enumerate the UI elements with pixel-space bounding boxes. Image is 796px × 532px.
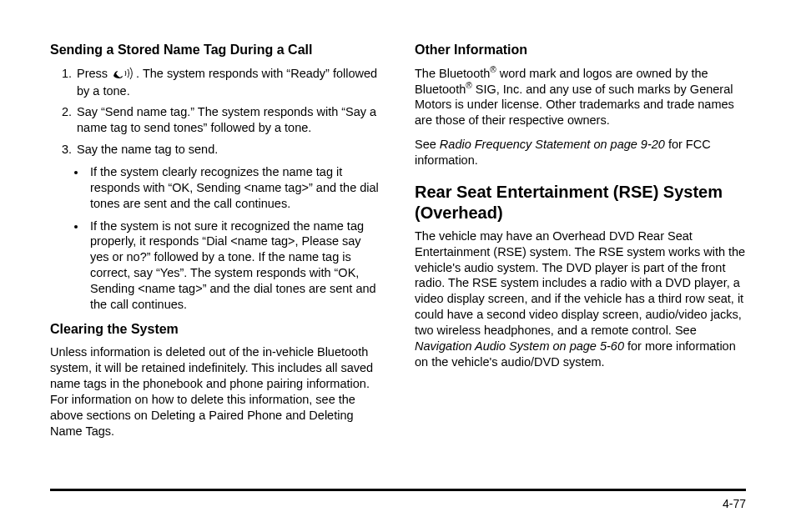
xref-radio-freq: Radio Frequency Statement on page 9-20 (440, 138, 665, 151)
heading-other-info: Other Information (415, 42, 746, 59)
xref-nav-audio: Navigation Audio System on page 5-60 (415, 339, 624, 353)
right-column: Other Information The Bluetooth® word ma… (415, 42, 746, 447)
manual-page: Sending a Stored Name Tag During a Call … (0, 0, 796, 532)
phone-voice-icon (111, 68, 133, 83)
page-footer: 4-77 (50, 489, 746, 510)
sub-bullet-list: If the system clearly recognizes the nam… (50, 164, 381, 313)
left-column: Sending a Stored Name Tag During a Call … (50, 42, 381, 447)
registered-mark-1: ® (490, 65, 496, 74)
registered-mark-2: ® (466, 81, 471, 90)
step-1: Press . The system responds with “Ready”… (75, 66, 381, 99)
two-column-layout: Sending a Stored Name Tag During a Call … (50, 42, 746, 447)
footer-rule (50, 489, 746, 494)
rse-body: The vehicle may have an Overhead DVD Rea… (415, 228, 746, 370)
steps-list: Press . The system responds with “Ready”… (50, 66, 381, 158)
heading-rse-system: Rear Seat Entertainment (RSE) System (Ov… (415, 182, 746, 223)
heading-clearing-system: Clearing the System (50, 321, 381, 339)
other-info-p1: The Bluetooth® word mark and logos are o… (415, 66, 746, 128)
heading-sending-stored-name-tag: Sending a Stored Name Tag During a Call (50, 42, 381, 59)
page-number: 4-77 (50, 497, 746, 510)
step-1-text-a: Press (77, 67, 111, 80)
other-p2-a: See (415, 138, 440, 151)
step-3: Say the name tag to send. (75, 142, 381, 158)
other-info-p2: See Radio Frequency Statement on page 9-… (415, 137, 746, 168)
rse-p-a: The vehicle may have an Overhead DVD Rea… (415, 229, 745, 337)
bullet-not-sure: If the system is not sure it recognized … (87, 218, 381, 313)
clearing-body: Unless information is deleted out of the… (50, 344, 381, 439)
other-p1-a: The Bluetooth (415, 67, 490, 80)
step-2: Say “Send name tag.” The system responds… (75, 104, 381, 136)
bullet-recognized: If the system clearly recognizes the nam… (87, 164, 381, 212)
